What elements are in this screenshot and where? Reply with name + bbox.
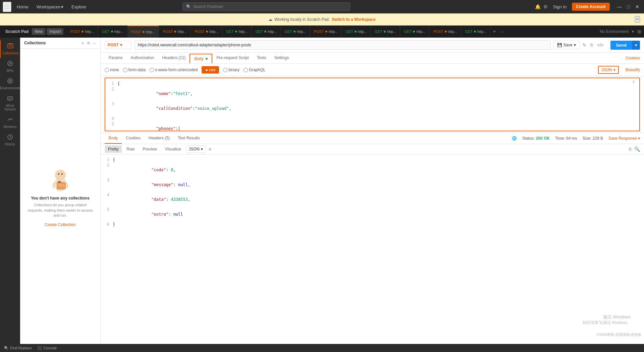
- tab-1[interactable]: GEThttp...: [99, 26, 127, 38]
- search-response-icon[interactable]: 🔍: [634, 146, 640, 152]
- code-line-2: 2 "name":"Test1",: [105, 86, 639, 101]
- radio-graphql[interactable]: GraphQL: [244, 68, 265, 72]
- tabs-row: Scratch Pad New Import POSThttp... GETht…: [0, 26, 644, 38]
- cookies-button[interactable]: Cookies: [626, 56, 640, 60]
- sidebar-item-history[interactable]: History: [0, 131, 20, 149]
- radio-urlencoded[interactable]: x-www-form-urlencoded: [150, 68, 198, 72]
- collections-icon: [7, 43, 13, 50]
- tab-2[interactable]: POSThttp...: [128, 26, 159, 38]
- env-dropdown-icon[interactable]: ▾: [632, 29, 634, 34]
- tab-9[interactable]: GEThttp...: [342, 26, 371, 38]
- method-select[interactable]: POST ▾: [105, 41, 131, 49]
- banner-close-button[interactable]: ✕: [635, 16, 640, 23]
- explore-nav[interactable]: Explore: [69, 3, 89, 11]
- tab-authorization[interactable]: Authorization: [126, 53, 158, 63]
- maximize-button[interactable]: □: [625, 3, 632, 10]
- menu-icon[interactable]: ☰: [3, 2, 11, 12]
- tab-5[interactable]: GEThttp...: [223, 26, 252, 38]
- tab-headers[interactable]: Headers (11): [158, 53, 190, 63]
- resp-preview-tab[interactable]: Preview: [139, 145, 160, 153]
- tab-6[interactable]: GEThttp...: [252, 26, 281, 38]
- environment-selector[interactable]: No Environment: [597, 29, 631, 34]
- search-bar[interactable]: 🔍 Search Postman: [182, 2, 350, 11]
- radio-none[interactable]: none: [105, 68, 119, 72]
- tab-params[interactable]: Params: [105, 53, 126, 63]
- sidebar-item-apis[interactable]: APIs: [0, 58, 20, 75]
- tab-11[interactable]: GEThttp...: [401, 26, 429, 38]
- send-button[interactable]: Send: [610, 41, 632, 50]
- sidebar-item-collections[interactable]: Collections: [0, 40, 20, 58]
- workspaces-nav[interactable]: Workspaces ▾: [34, 3, 66, 11]
- url-input[interactable]: [134, 40, 551, 50]
- response-format-select[interactable]: JSON ▾: [186, 145, 206, 153]
- save-response-button[interactable]: Save Response ▾: [608, 136, 640, 141]
- bell-icon[interactable]: 🔔: [535, 4, 541, 9]
- more-tabs-button[interactable]: ···: [499, 29, 505, 34]
- more-options-icon[interactable]: ···: [92, 40, 96, 46]
- save-button[interactable]: 💾 Save ▾: [553, 41, 580, 49]
- resp-tab-body[interactable]: Body: [105, 133, 122, 144]
- url-right-icons: 💾 Save ▾ ✎ ⎘ </>: [553, 41, 605, 49]
- json-format-dropdown[interactable]: JSON ▾: [598, 66, 619, 74]
- find-replace-button[interactable]: 🔍 Find Replace: [4, 346, 32, 350]
- monitors-icon: [7, 117, 13, 124]
- sidebar-item-environments[interactable]: Environments: [0, 75, 20, 93]
- add-tab-button[interactable]: +: [491, 29, 498, 35]
- tab-8[interactable]: POSThttp...: [311, 26, 341, 38]
- create-collection-link[interactable]: Create Collection: [45, 222, 75, 227]
- close-button[interactable]: ✕: [633, 3, 641, 10]
- request-body-editor[interactable]: 1 { 2 "name":"Test1", 3 "callCondition":…: [105, 78, 640, 131]
- switch-workspace-link[interactable]: Switch to a Workspace: [332, 17, 375, 22]
- grid-view-icon[interactable]: ⊞: [637, 29, 641, 34]
- svg-point-5: [8, 79, 12, 83]
- sort-icon[interactable]: ≡: [87, 40, 90, 46]
- tab-pre-request[interactable]: Pre-request Script: [212, 53, 253, 63]
- tab-4[interactable]: POSThttp...: [191, 26, 222, 38]
- settings-icon[interactable]: ⚙: [543, 4, 548, 9]
- tab-dot-1: [111, 31, 113, 33]
- radio-binary[interactable]: binary: [223, 68, 239, 72]
- resp-tab-test-results[interactable]: Test Results: [174, 133, 204, 144]
- edit-icon[interactable]: ✎: [581, 41, 588, 49]
- new-tab-button[interactable]: New: [32, 28, 45, 35]
- tab-0[interactable]: POSThttp...: [67, 26, 98, 38]
- resp-visualize-tab[interactable]: Visualize: [162, 145, 184, 153]
- tab-body[interactable]: Body: [190, 54, 212, 63]
- create-account-button[interactable]: Create Account: [572, 3, 609, 11]
- main-layout: Collections APIs Environments: [0, 38, 644, 344]
- beautify-button[interactable]: Beautify: [626, 68, 640, 72]
- tab-3[interactable]: POSThttp...: [160, 26, 191, 38]
- sign-in-button[interactable]: Sign In: [550, 3, 569, 11]
- radio-raw-active[interactable]: ● raw: [202, 66, 219, 74]
- resp-tab-headers[interactable]: Headers (5): [145, 133, 174, 144]
- banner: ☁ Working locally in Scratch Pad. Switch…: [0, 13, 644, 26]
- tab-7[interactable]: GEThttp...: [281, 26, 310, 38]
- home-nav[interactable]: Home: [14, 3, 31, 11]
- resp-raw-tab[interactable]: Raw: [123, 145, 138, 153]
- tab-settings[interactable]: Settings: [270, 53, 293, 63]
- add-collection-icon[interactable]: +: [82, 40, 84, 46]
- send-dropdown-button[interactable]: ▾: [632, 41, 640, 50]
- json-dropdown-icon: ▾: [613, 68, 615, 72]
- tab-13[interactable]: GEThttp...: [462, 26, 490, 38]
- search-placeholder: Search Postman: [193, 4, 223, 9]
- sidebar-item-monitors[interactable]: Monitors: [0, 114, 20, 131]
- copy-response-icon[interactable]: ⎘: [629, 146, 632, 152]
- minimize-button[interactable]: —: [615, 3, 624, 10]
- radio-form-data[interactable]: form-data: [123, 68, 146, 72]
- tab-dot-0: [82, 31, 84, 33]
- code-icon[interactable]: </>: [596, 41, 605, 49]
- resp-format-dropdown-icon: ▾: [201, 147, 203, 151]
- import-button[interactable]: Import: [47, 28, 63, 35]
- tab-tests[interactable]: Tests: [253, 53, 270, 63]
- sidebar-item-mock-servers[interactable]: Mock Servers: [0, 93, 20, 114]
- copy-icon[interactable]: ⎘: [589, 41, 594, 49]
- resp-tab-cookies[interactable]: Cookies: [122, 133, 144, 144]
- wrap-lines-icon[interactable]: ≡: [209, 146, 211, 152]
- console-button[interactable]: ⬛ Console: [37, 346, 57, 350]
- response-tabs-row: Body Cookies Headers (5) Test Results 🌐 …: [101, 133, 644, 144]
- mock-servers-icon: [7, 95, 13, 103]
- tab-10[interactable]: GEThttp...: [372, 26, 400, 38]
- tab-12[interactable]: POSThttp...: [430, 26, 461, 38]
- resp-pretty-tab[interactable]: Pretty: [105, 145, 122, 153]
